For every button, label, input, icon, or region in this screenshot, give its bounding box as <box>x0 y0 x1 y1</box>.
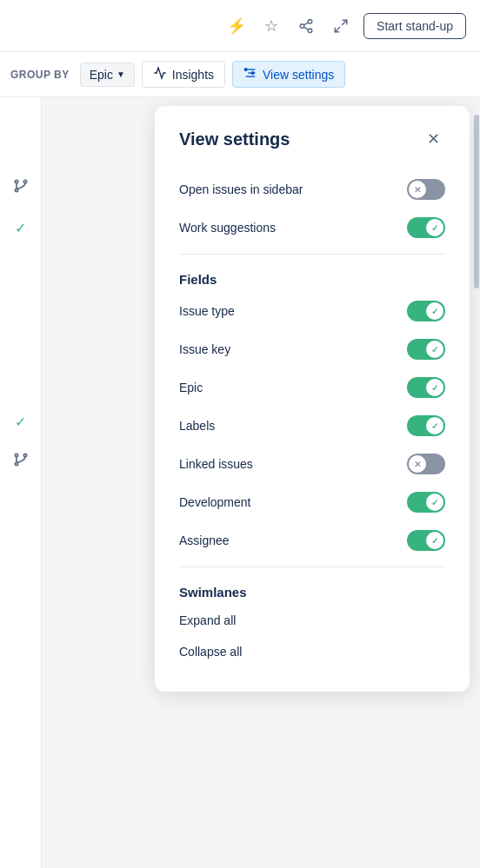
filter-bar: GROUP BY Epic ▼ Insights View settings <box>0 52 480 97</box>
toggle-check-icon: ✓ <box>431 345 438 354</box>
open-issues-sidebar-label: Open issues in sidebar <box>179 182 303 196</box>
toggle-knob: ✓ <box>426 417 443 434</box>
linked-issues-toggle[interactable]: ✕ <box>407 454 445 474</box>
labels-toggle[interactable]: ✓ <box>407 415 445 436</box>
toggle-knob: ✓ <box>426 379 443 396</box>
left-sidebar: ✓ ✓ <box>0 97 42 868</box>
swimlanes-section-title: Swimlanes <box>179 574 445 605</box>
share-icon[interactable] <box>294 14 318 38</box>
labels-label: Labels <box>179 419 215 433</box>
epic-label-field: Epic <box>179 381 203 394</box>
view-settings-panel: View settings ✕ Open issues in sidebar ✕… <box>155 106 470 692</box>
assignee-label: Assignee <box>179 533 230 547</box>
svg-point-11 <box>251 72 254 75</box>
issue-key-row: Issue key ✓ <box>179 330 445 368</box>
assignee-row: Assignee ✓ <box>179 521 445 560</box>
toggle-x-icon: ✕ <box>414 185 421 195</box>
scrollbar[interactable] <box>473 97 480 868</box>
issue-key-toggle[interactable]: ✓ <box>407 339 445 360</box>
chevron-down-icon: ▼ <box>117 70 125 79</box>
work-suggestions-toggle[interactable]: ✓ <box>407 217 445 238</box>
development-label: Development <box>179 495 251 509</box>
top-toolbar: ⚡ ☆ Start stand-up <box>0 0 480 52</box>
toggle-knob: ✓ <box>426 341 443 358</box>
start-standup-button[interactable]: Start stand-up <box>363 13 466 39</box>
toggle-knob: ✕ <box>409 455 426 473</box>
toggle-knob: ✓ <box>426 532 443 549</box>
labels-row: Labels ✓ <box>179 407 445 445</box>
issue-type-label: Issue type <box>179 304 235 318</box>
view-settings-button[interactable]: View settings <box>232 61 345 88</box>
epic-toggle[interactable]: ✓ <box>407 377 445 398</box>
epic-dropdown-button[interactable]: Epic ▼ <box>80 63 135 87</box>
scrollbar-thumb[interactable] <box>474 115 479 288</box>
toggle-knob: ✓ <box>426 219 443 236</box>
svg-line-3 <box>304 27 309 30</box>
expand-all-option[interactable]: Expand all <box>179 605 445 636</box>
divider-2 <box>179 567 445 567</box>
toggle-check-icon: ✓ <box>431 307 438 316</box>
sidebar-check-icon-2: ✓ <box>15 414 26 430</box>
panel-title: View settings <box>179 129 290 149</box>
collapse-all-option[interactable]: Collapse all <box>179 636 445 667</box>
development-row: Development ✓ <box>179 483 445 521</box>
lightning-icon[interactable]: ⚡ <box>224 14 249 38</box>
development-toggle[interactable]: ✓ <box>407 492 445 513</box>
toggle-check-icon: ✓ <box>431 421 438 431</box>
divider-1 <box>179 254 445 255</box>
group-by-label: GROUP BY <box>10 69 70 81</box>
fields-section-title: Fields <box>179 262 445 292</box>
insights-chart-icon <box>153 66 167 83</box>
svg-point-10 <box>244 69 247 71</box>
open-issues-sidebar-toggle[interactable]: ✕ <box>407 179 445 200</box>
svg-line-6 <box>335 27 339 31</box>
star-icon[interactable]: ☆ <box>259 14 283 38</box>
toggle-knob: ✕ <box>409 181 426 198</box>
view-settings-label: View settings <box>263 68 334 82</box>
toggle-check-icon: ✓ <box>431 223 438 233</box>
toggle-x-icon: ✕ <box>414 460 421 469</box>
expand-icon[interactable] <box>329 14 353 38</box>
view-settings-icon <box>243 66 257 83</box>
content-area: View settings ✕ Open issues in sidebar ✕… <box>42 97 480 868</box>
epic-row: Epic ✓ <box>179 368 445 407</box>
sidebar-check-icon-1: ✓ <box>15 220 26 236</box>
sidebar-branch-icon-1[interactable] <box>12 177 30 199</box>
work-suggestions-row: Work suggestions ✓ <box>179 209 445 247</box>
assignee-toggle[interactable]: ✓ <box>407 530 445 551</box>
toggle-check-icon: ✓ <box>431 383 438 393</box>
insights-label: Insights <box>172 68 214 82</box>
toggle-knob: ✓ <box>426 302 443 320</box>
svg-line-5 <box>343 20 347 24</box>
linked-issues-label: Linked issues <box>179 457 253 471</box>
issue-type-toggle[interactable]: ✓ <box>407 301 445 321</box>
issue-key-label: Issue key <box>179 342 230 356</box>
work-suggestions-label: Work suggestions <box>179 221 276 235</box>
svg-line-4 <box>304 22 309 24</box>
toggle-knob: ✓ <box>426 494 443 511</box>
open-issues-sidebar-row: Open issues in sidebar ✕ <box>179 170 445 209</box>
main-area: ✓ ✓ View settings ✕ Open issues in sideb… <box>0 97 480 868</box>
toggle-check-icon: ✓ <box>431 536 438 546</box>
toggle-check-icon: ✓ <box>431 498 438 507</box>
epic-label: Epic <box>90 68 113 82</box>
panel-header: View settings ✕ <box>179 127 445 151</box>
close-button[interactable]: ✕ <box>421 127 445 151</box>
issue-type-row: Issue type ✓ <box>179 292 445 330</box>
insights-button[interactable]: Insights <box>142 61 225 88</box>
linked-issues-row: Linked issues ✕ <box>179 445 445 483</box>
sidebar-branch-icon-2[interactable] <box>12 451 30 473</box>
